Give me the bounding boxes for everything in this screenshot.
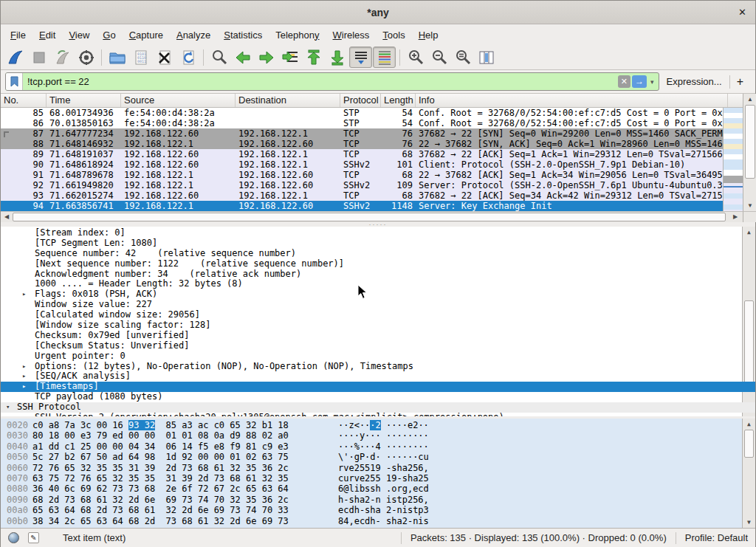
hex-row-0060[interactable]: 006072 76 65 32 35 35 31 39 2d 73 68 61 … <box>1 463 755 473</box>
detail-line[interactable]: ▸[Timestamps] <box>1 382 755 392</box>
go-to-packet-button[interactable] <box>278 47 301 68</box>
expand-icon[interactable]: ▸ <box>22 362 26 372</box>
menu-edit[interactable]: Edit <box>32 26 62 44</box>
detail-line[interactable]: Checksum: 0x79ed [unverified] <box>1 331 755 341</box>
hex-row-0030[interactable]: 003080 18 00 e3 79 ed 00 00 01 01 08 0a … <box>1 430 755 441</box>
column-header-length[interactable]: Length <box>381 94 416 107</box>
packet-row-92[interactable]: 9271.661949820192.168.122.1192.168.122.6… <box>1 180 723 190</box>
packet-row-87[interactable]: 8771.647777234192.168.122.60192.168.122.… <box>1 128 723 139</box>
hex-row-00b0[interactable]: 00b038 34 2c 65 63 64 68 2d 73 68 61 32 … <box>1 516 755 526</box>
menu-go[interactable]: Go <box>96 26 122 44</box>
hex-row-0090[interactable]: 009068 2d 73 68 61 32 2d 6e 69 73 74 70 … <box>1 495 755 505</box>
column-header-no[interactable]: No. <box>1 94 47 107</box>
packet-row-93[interactable]: 9371.662015274192.168.122.60192.168.122.… <box>1 190 723 201</box>
column-header-source[interactable]: Source <box>121 94 236 107</box>
zoom-in-button[interactable] <box>404 47 427 68</box>
detail-line[interactable]: ▸[SEQ/ACK analysis] <box>1 371 755 382</box>
menu-capture[interactable]: Capture <box>123 26 170 44</box>
capture-options-button[interactable] <box>75 47 97 68</box>
capture-comment-icon[interactable]: ✎ <box>28 532 39 543</box>
zoom-out-button[interactable] <box>427 47 450 68</box>
hex-row-0080[interactable]: 008036 40 6c 69 62 73 73 68 2e 6f 72 67 … <box>1 484 755 494</box>
title-bar[interactable]: *any ✕ <box>1 1 755 24</box>
filter-value[interactable]: !tcp.port == 22 <box>23 76 618 87</box>
resize-columns-button[interactable] <box>475 47 498 68</box>
stop-capture-button[interactable] <box>27 47 50 68</box>
detail-line[interactable]: ▸Flags: 0x018 (PSH, ACK) <box>1 289 755 300</box>
close-file-button[interactable] <box>153 47 176 68</box>
menu-wireless[interactable]: Wireless <box>326 26 377 44</box>
menu-statistics[interactable]: Statistics <box>217 26 269 44</box>
detail-line[interactable]: 1000 .... = Header Length: 32 bytes (8) <box>1 279 755 289</box>
profile-text[interactable]: Profile: Default <box>685 532 748 543</box>
hex-row-0050[interactable]: 00505c 27 b2 67 50 ad 64 98 1d 92 00 00 … <box>1 452 755 462</box>
hex-row-0040[interactable]: 0040a1 dd c1 25 00 00 04 34 06 14 f5 e8 … <box>1 441 755 452</box>
colorize-button[interactable] <box>373 47 396 68</box>
reload-file-button[interactable] <box>176 47 199 68</box>
close-icon[interactable]: ✕ <box>738 7 746 18</box>
menu-help[interactable]: Help <box>412 26 445 44</box>
start-capture-button[interactable] <box>4 47 27 68</box>
auto-scroll-button[interactable] <box>349 47 372 68</box>
collapse-icon[interactable]: ▾ <box>6 402 10 413</box>
packet-row-88[interactable]: 8871.648146932192.168.122.1192.168.122.6… <box>1 139 723 149</box>
detail-line[interactable]: [TCP Segment Len: 1080] <box>1 238 755 249</box>
hex-row-00a0[interactable]: 00a065 63 64 68 2d 73 68 61 32 2d 6e 69 … <box>1 505 755 515</box>
menu-analyze[interactable]: Analyze <box>170 26 217 44</box>
packet-row-90[interactable]: 9071.648618924192.168.122.60192.168.122.… <box>1 159 723 170</box>
column-header-protocol[interactable]: Protocol <box>340 94 381 107</box>
expression-button[interactable]: Expression... <box>659 76 729 87</box>
detail-line[interactable]: Acknowledgment number: 34 (relative ack … <box>1 269 755 280</box>
hex-row-0020[interactable]: 0020c0 a8 7a 3c 00 16 93 32 85 a3 ac c0 … <box>1 420 755 430</box>
packet-row-94[interactable]: 9471.663856741192.168.122.1192.168.122.6… <box>1 201 723 211</box>
open-file-button[interactable] <box>106 47 128 68</box>
add-filter-button[interactable]: + <box>730 75 751 89</box>
vscroll-thumb[interactable] <box>745 105 755 179</box>
display-filter-input[interactable]: !tcp.port == 22 ✕ → ▾ <box>5 72 659 91</box>
filter-apply-icon[interactable]: → <box>632 75 647 88</box>
filter-bookmark-icon[interactable] <box>6 73 23 90</box>
menu-telephony[interactable]: Telephony <box>269 26 326 44</box>
packet-row-85[interactable]: 8568.001734936fe:54:00:d4:38:2aSTP54Conf… <box>1 108 723 118</box>
detail-line[interactable]: Window size value: 227 <box>1 300 755 310</box>
zoom-100-button[interactable] <box>451 47 474 68</box>
go-forward-button[interactable] <box>255 47 278 68</box>
packet-list-minimap[interactable] <box>723 108 743 211</box>
column-header-destination[interactable]: Destination <box>236 94 340 107</box>
detail-line[interactable]: [Stream index: 0] <box>1 228 755 238</box>
menu-file[interactable]: File <box>4 26 32 44</box>
detail-line[interactable]: ▾SSH Protocol <box>1 402 755 413</box>
packet-row-86[interactable]: 8670.013850163fe:54:00:d4:38:2aSTP54Conf… <box>1 118 723 128</box>
packet-row-89[interactable]: 8971.648191037192.168.122.60192.168.122.… <box>1 149 723 159</box>
detail-line[interactable]: Sequence number: 42 (relative sequence n… <box>1 249 755 259</box>
detail-line[interactable]: [Checksum Status: Unverified] <box>1 341 755 351</box>
column-header-info[interactable]: Info <box>416 94 728 107</box>
detail-line[interactable]: [Next sequence number: 1122 (relative se… <box>1 259 755 269</box>
scroll-down-icon[interactable]: ▼ <box>743 201 756 210</box>
expand-icon[interactable]: ▸ <box>22 371 26 382</box>
save-file-button[interactable]: 010101100011 <box>129 47 152 68</box>
column-header-time[interactable]: Time <box>47 94 121 107</box>
detail-line[interactable]: Urgent pointer: 0 <box>1 351 755 362</box>
expand-icon[interactable]: ▸ <box>22 382 26 392</box>
detail-line[interactable]: [Window size scaling factor: 128] <box>1 320 755 331</box>
restart-capture-button[interactable] <box>51 47 74 68</box>
detail-line[interactable]: [Calculated window size: 29056] <box>1 310 755 320</box>
detail-line[interactable]: ▸Options: (12 bytes), No-Operation (NOP)… <box>1 362 755 372</box>
scroll-left-icon[interactable]: ◀ <box>2 212 11 221</box>
menu-tools[interactable]: Tools <box>376 26 411 44</box>
scroll-right-icon[interactable]: ▶ <box>731 212 740 221</box>
filter-clear-icon[interactable]: ✕ <box>618 75 630 88</box>
go-back-button[interactable] <box>231 47 254 68</box>
go-first-button[interactable] <box>302 47 325 68</box>
hex-row-0070[interactable]: 007063 75 72 76 65 32 35 35 31 39 2d 73 … <box>1 473 755 484</box>
menu-view[interactable]: View <box>62 26 96 44</box>
expert-info-icon[interactable] <box>8 532 19 543</box>
find-packet-button[interactable] <box>207 47 230 68</box>
scroll-up-icon[interactable]: ▲ <box>743 94 756 104</box>
expand-icon[interactable]: ▸ <box>22 289 26 300</box>
detail-line[interactable]: TCP payload (1080 bytes) <box>1 392 755 402</box>
packet-list-vscrollbar[interactable]: ▲ ▼ <box>743 94 756 211</box>
filter-dropdown-icon[interactable]: ▾ <box>647 78 659 86</box>
go-last-button[interactable] <box>326 47 348 68</box>
